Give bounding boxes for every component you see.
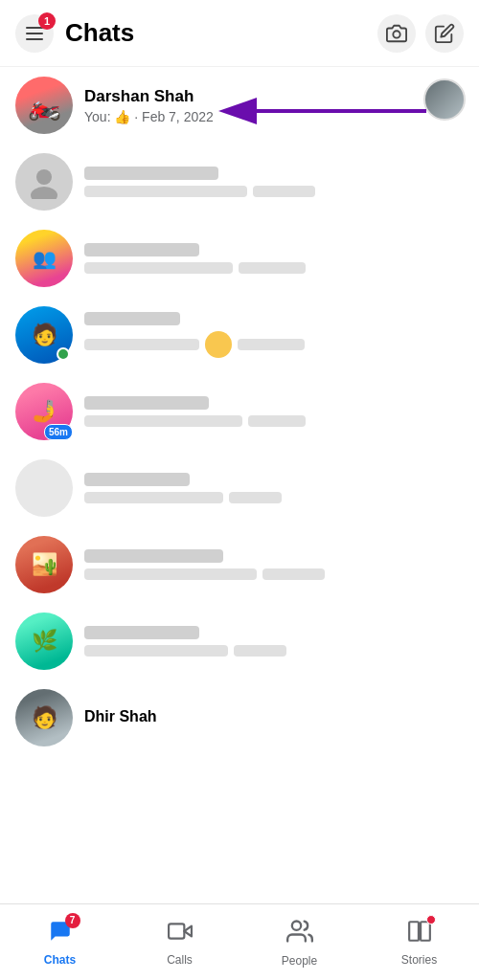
chat-name-dhir: Dhir Shah bbox=[84, 708, 464, 725]
svg-point-0 bbox=[393, 31, 399, 37]
svg-rect-9 bbox=[421, 922, 430, 941]
chat-item-4[interactable]: 🧑 bbox=[0, 297, 479, 373]
avatar-wrap-8: 🌿 bbox=[15, 612, 73, 670]
nav-item-chats[interactable]: 7 Chats bbox=[0, 911, 120, 974]
header: 1 Chats bbox=[0, 0, 479, 67]
compose-icon bbox=[434, 23, 455, 44]
avatar-darshan: 🏍️ bbox=[15, 77, 73, 134]
nav-item-people[interactable]: People bbox=[240, 910, 359, 975]
nav-item-calls[interactable]: Calls bbox=[120, 911, 240, 974]
svg-rect-6 bbox=[169, 924, 184, 938]
stories-dot-badge bbox=[426, 915, 436, 924]
chat-content-7 bbox=[84, 549, 464, 580]
avatar-wrap-darshan: 🏍️ bbox=[15, 77, 73, 134]
avatar-3: 👥 bbox=[15, 230, 73, 287]
calls-nav-label: Calls bbox=[167, 953, 193, 967]
chat-item-5[interactable]: 🤳 56m bbox=[0, 373, 479, 450]
chat-name-darshan: Darshan Shah bbox=[84, 87, 464, 106]
blurred-preview-7 bbox=[84, 568, 464, 580]
chat-content-darshan: Darshan Shah You: 👍 · Feb 7, 2022 bbox=[84, 87, 464, 124]
svg-rect-8 bbox=[409, 922, 419, 941]
avatar-wrap-3: 👥 bbox=[15, 230, 73, 287]
menu-btn-wrap: 1 bbox=[15, 14, 54, 53]
chat-content-8 bbox=[84, 626, 464, 657]
chat-item-darshan[interactable]: 🏍️ Darshan Shah You: 👍 · Feb 7, 2022 bbox=[0, 67, 479, 144]
chat-item-6[interactable] bbox=[0, 450, 479, 526]
avatar-dhir: 🧑 bbox=[15, 689, 73, 746]
menu-notification-badge: 1 bbox=[38, 12, 56, 30]
avatar-wrap-6 bbox=[15, 459, 73, 517]
stories-nav-label: Stories bbox=[401, 953, 437, 967]
avatar-2 bbox=[15, 153, 73, 211]
avatar-6 bbox=[15, 459, 73, 517]
main-content: 🏍️ Darshan Shah You: 👍 · Feb 7, 2022 bbox=[0, 67, 479, 833]
avatar-wrap-5: 🤳 56m bbox=[15, 383, 73, 440]
emoji-bubble-4 bbox=[205, 331, 232, 358]
menu-line-2 bbox=[26, 33, 43, 34]
blurred-name-4 bbox=[84, 312, 180, 325]
svg-point-7 bbox=[291, 921, 300, 929]
nav-item-stories[interactable]: Stories bbox=[359, 911, 479, 974]
header-actions bbox=[377, 14, 464, 53]
avatar-wrap-2 bbox=[15, 153, 73, 211]
camera-button[interactable] bbox=[377, 14, 416, 53]
svg-point-3 bbox=[36, 169, 52, 185]
chat-item-2[interactable] bbox=[0, 144, 479, 220]
chat-content-5 bbox=[84, 396, 464, 427]
calls-nav-icon bbox=[168, 919, 193, 949]
online-indicator-4 bbox=[57, 347, 70, 361]
stories-nav-icon bbox=[407, 919, 432, 949]
avatar-wrap-7: 🏜️ bbox=[15, 536, 73, 593]
chat-content-6 bbox=[84, 473, 464, 503]
bottom-nav: 7 Chats Calls People bbox=[0, 903, 479, 980]
chat-item-8[interactable]: 🌿 bbox=[0, 603, 479, 679]
chat-item-3[interactable]: 👥 bbox=[0, 220, 479, 297]
people-icon bbox=[286, 918, 313, 945]
story-avatar-thumbnail[interactable] bbox=[423, 78, 466, 121]
chats-badge: 7 bbox=[65, 913, 80, 928]
chat-content-4 bbox=[84, 312, 464, 358]
page-title: Chats bbox=[65, 18, 377, 48]
video-camera-icon bbox=[168, 919, 193, 944]
blurred-preview-5 bbox=[84, 415, 464, 427]
compose-button[interactable] bbox=[425, 14, 464, 53]
blurred-preview-8 bbox=[84, 645, 464, 657]
blurred-name-8 bbox=[84, 626, 199, 639]
blurred-name-3 bbox=[84, 243, 199, 256]
chat-content-2 bbox=[84, 167, 464, 197]
preview-text-darshan: You: 👍 · Feb 7, 2022 bbox=[84, 109, 214, 124]
avatar-wrap-4: 🧑 bbox=[15, 306, 73, 364]
chat-content-3 bbox=[84, 243, 464, 274]
chat-list: 🏍️ Darshan Shah You: 👍 · Feb 7, 2022 bbox=[0, 67, 479, 756]
avatar-8: 🌿 bbox=[15, 612, 73, 670]
blurred-name-7 bbox=[84, 549, 223, 563]
blurred-preview-6 bbox=[84, 492, 464, 503]
chat-preview-darshan: You: 👍 · Feb 7, 2022 bbox=[84, 109, 464, 124]
people-nav-label: People bbox=[282, 954, 317, 968]
blurred-name-5 bbox=[84, 396, 209, 410]
menu-line-3 bbox=[26, 38, 43, 40]
chats-nav-label: Chats bbox=[44, 953, 76, 967]
chat-nav-icon: 7 bbox=[48, 919, 73, 949]
chat-item-7[interactable]: 🏜️ bbox=[0, 526, 479, 603]
avatar-wrap-dhir: 🧑 bbox=[15, 689, 73, 746]
blurred-preview-2 bbox=[84, 186, 464, 197]
blurred-preview-3 bbox=[84, 262, 464, 274]
time-badge-5: 56m bbox=[44, 424, 73, 440]
svg-point-4 bbox=[31, 187, 57, 199]
chat-item-dhir[interactable]: 🧑 Dhir Shah bbox=[0, 679, 479, 756]
blurred-name-2 bbox=[84, 167, 218, 180]
blurred-preview-4 bbox=[84, 331, 464, 358]
avatar-7: 🏜️ bbox=[15, 536, 73, 593]
blurred-name-6 bbox=[84, 473, 190, 486]
chat-content-dhir: Dhir Shah bbox=[84, 708, 464, 728]
svg-marker-5 bbox=[184, 925, 192, 936]
camera-icon bbox=[386, 23, 407, 44]
people-nav-icon bbox=[286, 918, 313, 950]
person-silhouette-icon bbox=[27, 165, 61, 199]
